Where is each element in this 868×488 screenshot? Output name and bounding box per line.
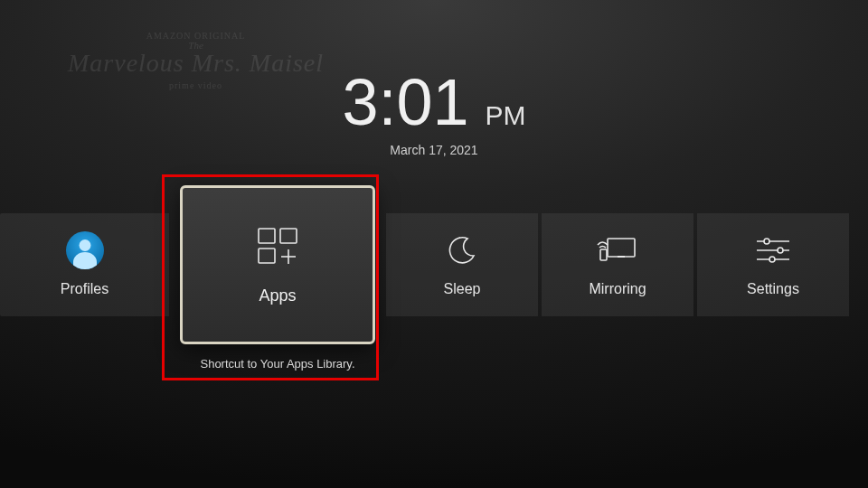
svg-rect-2 xyxy=(259,249,275,263)
tile-row: Profiles Apps Shortcut to Your Apps Libr… xyxy=(0,213,868,371)
svg-rect-5 xyxy=(608,239,635,257)
svg-point-9 xyxy=(764,239,769,244)
tile-apps-caption: Shortcut to Your Apps Library. xyxy=(200,357,354,371)
profile-icon xyxy=(66,232,104,268)
tile-sleep[interactable]: Sleep xyxy=(386,213,538,316)
promo-line1: AMAZON ORIGINAL xyxy=(68,32,324,41)
svg-rect-7 xyxy=(600,249,607,260)
tile-profiles[interactable]: Profiles xyxy=(0,213,169,316)
clock: 3:01 PM March 17, 2021 xyxy=(0,65,868,157)
sliders-icon xyxy=(755,232,791,268)
tile-settings-label: Settings xyxy=(747,281,799,297)
svg-point-13 xyxy=(769,257,775,262)
clock-time: 3:01 xyxy=(342,65,468,139)
tile-sleep-label: Sleep xyxy=(444,281,481,297)
tile-mirroring[interactable]: Mirroring xyxy=(542,213,693,316)
promo-line2: The xyxy=(68,41,324,51)
svg-point-11 xyxy=(778,248,783,253)
tile-apps[interactable]: Apps xyxy=(180,185,375,344)
tile-apps-label: Apps xyxy=(259,286,296,305)
mirroring-icon xyxy=(597,232,638,268)
moon-icon xyxy=(447,232,477,268)
svg-rect-1 xyxy=(280,229,297,243)
tile-settings[interactable]: Settings xyxy=(697,213,849,316)
svg-rect-0 xyxy=(259,229,275,243)
tile-apps-selected-wrap: Apps Shortcut to Your Apps Library. xyxy=(173,185,382,371)
clock-ampm: PM xyxy=(486,100,526,131)
clock-date: March 17, 2021 xyxy=(0,143,868,157)
tile-mirroring-label: Mirroring xyxy=(589,281,646,297)
apps-icon xyxy=(253,225,302,268)
tile-profiles-label: Profiles xyxy=(61,281,108,297)
